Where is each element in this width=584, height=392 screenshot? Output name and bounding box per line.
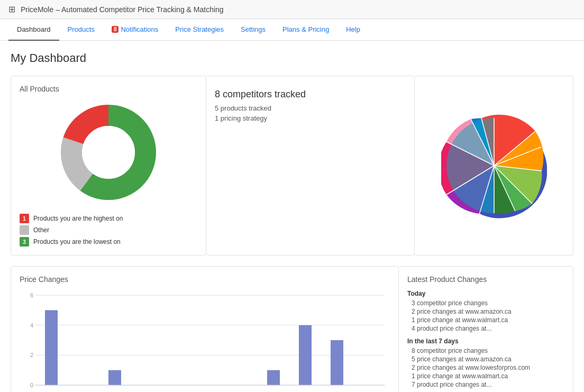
nav-badge-notifications: 8 <box>112 26 119 33</box>
changes-period-label: Today <box>407 290 564 297</box>
legend-label: Products you are the highest on <box>33 215 123 222</box>
pie-chart <box>441 113 547 218</box>
dashboard-bottom-row: Price Changes 0246Nov 15Nov 16Nov 17Nov … <box>11 266 573 392</box>
changes-line: 4 product price changes at... <box>407 325 564 332</box>
nav-item-dashboard[interactable]: Dashboard <box>8 19 59 41</box>
changes-line: 2 price changes at www.lowesforpros.com <box>407 364 564 371</box>
legend-label: Products you are the lowest on <box>33 238 121 245</box>
app-icon: ⊞ <box>8 4 15 14</box>
products-stat: 5 products tracked <box>215 104 406 112</box>
changes-line: 7 product price changes at... <box>407 381 564 388</box>
nav-label-products: Products <box>68 25 95 33</box>
legend-item: 3Products you are the lowest on <box>20 237 197 247</box>
nav-item-notifications[interactable]: 8Notifications <box>103 19 167 41</box>
nav-item-settings[interactable]: Settings <box>232 19 274 41</box>
legend-item: Other <box>20 225 197 235</box>
nav-item-help[interactable]: Help <box>337 19 369 41</box>
changes-line: 1 price change at www.walmart.ca <box>407 316 564 324</box>
stats-section: 8 competitors tracked 5 products tracked… <box>215 85 406 122</box>
nav-item-price-strategies[interactable]: Price Strategies <box>167 19 232 41</box>
nav-label-dashboard: Dashboard <box>17 25 51 33</box>
latest-changes-title: Latest Product Changes <box>407 275 564 284</box>
bar-chart-svg: 0246Nov 15Nov 16Nov 17Nov 18Nov 19Nov 20… <box>20 290 390 392</box>
top-bar: ⊞ PriceMole – Automated Competitor Price… <box>0 0 584 19</box>
changes-section: Today3 competitor price changes2 price c… <box>407 290 564 388</box>
bar-Nov 15 <box>45 310 58 385</box>
legend-badge: 1 <box>20 214 29 223</box>
price-changes-title: Price Changes <box>20 275 390 284</box>
nav-label-price-strategies: Price Strategies <box>175 25 224 33</box>
legend-badge <box>20 225 29 235</box>
latest-changes-card: Latest Product Changes Today3 competitor… <box>399 266 573 392</box>
all-products-card: All Products 1Products you are the hi <box>11 76 206 256</box>
strategies-stat: 1 pricing strategy <box>215 114 406 122</box>
svg-text:6: 6 <box>30 292 33 298</box>
svg-text:0: 0 <box>30 382 33 388</box>
nav-label-plans-pricing: Plans & Pricing <box>282 25 329 33</box>
bar-Nov 22 <box>267 370 280 385</box>
main-nav: DashboardProducts8NotificationsPrice Str… <box>0 19 584 41</box>
donut-chart <box>56 99 161 205</box>
app-title: PriceMole – Automated Competitor Price T… <box>21 5 224 14</box>
nav-item-plans-pricing[interactable]: Plans & Pricing <box>274 19 337 41</box>
changes-line: 8 competitor price changes <box>407 347 564 354</box>
svg-text:4: 4 <box>30 322 33 329</box>
nav-label-help: Help <box>346 25 360 33</box>
changes-line: 5 price changes at www.amazon.ca <box>407 355 564 363</box>
svg-text:2: 2 <box>30 352 33 358</box>
bar-Nov 17 <box>108 370 121 385</box>
donut-chart-container: 1Products you are the highest onOther3Pr… <box>20 99 197 247</box>
nav-label-settings: Settings <box>241 25 266 33</box>
changes-line: 2 price changes at www.amazon.ca <box>407 308 564 315</box>
all-products-title: All Products <box>20 85 197 93</box>
page-content: My Dashboard All Products <box>0 41 584 392</box>
competitors-stat: 8 competitors tracked <box>215 89 406 100</box>
nav-label-notifications: Notifications <box>121 25 158 33</box>
nav-item-products[interactable]: Products <box>59 19 103 41</box>
price-changes-card: Price Changes 0246Nov 15Nov 16Nov 17Nov … <box>11 266 399 392</box>
changes-line: 1 price change at www.walmart.ca <box>407 372 564 380</box>
page-title: My Dashboard <box>11 51 573 65</box>
dashboard-top-row: All Products 1Products you are the hi <box>11 76 573 256</box>
changes-period-label: In the last 7 days <box>407 338 564 345</box>
stats-card: 8 competitors tracked 5 products tracked… <box>206 76 415 256</box>
legend-badge: 3 <box>20 237 29 247</box>
pie-chart-card <box>415 76 573 256</box>
legend-label: Other <box>33 226 49 234</box>
svg-point-4 <box>82 126 135 179</box>
bar-chart-area: 0246Nov 15Nov 16Nov 17Nov 18Nov 19Nov 20… <box>20 290 390 392</box>
legend-item: 1Products you are the highest on <box>20 214 197 223</box>
bar-Nov 24 <box>331 340 343 385</box>
bar-Nov 23 <box>299 325 312 385</box>
donut-legend: 1Products you are the highest onOther3Pr… <box>20 214 197 247</box>
changes-line: 3 competitor price changes <box>407 299 564 307</box>
